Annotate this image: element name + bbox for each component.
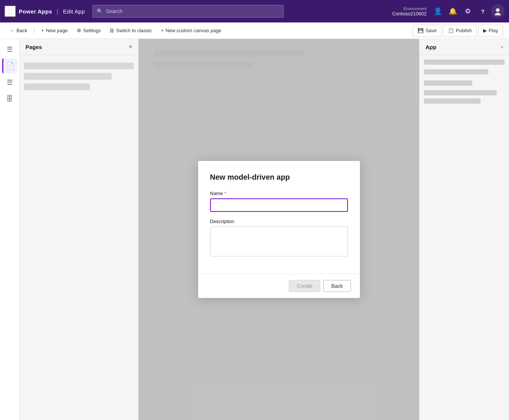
publish-icon: 📋 [448,28,454,33]
avatar[interactable] [491,4,505,18]
create-button[interactable]: Create [289,280,320,292]
modal-body: New model-driven app Name * Description [198,161,360,274]
back-arrow-icon: ← [10,28,15,33]
pages-content [19,55,138,98]
settings-label: Settings [83,28,101,33]
right-skeleton-5 [424,98,481,104]
skeleton-row-2 [24,73,112,80]
publish-label: Publish [456,28,472,33]
sidebar-pages-button[interactable]: 📄 [2,58,17,73]
right-skeleton-3 [424,80,472,86]
gear-icon: ⚙ [465,7,471,15]
question-icon: ? [481,8,484,15]
right-panel-content [419,55,509,108]
modal-description-field: Description [210,219,348,258]
sidebar-icons: ☰ 📄 ☰ 🗄 [0,39,19,420]
brand-powerapps: Power Apps [19,8,52,15]
new-page-label: New page [46,28,68,33]
search-bar[interactable]: 🔍 [93,5,284,18]
new-canvas-page-button[interactable]: + New custom canvas page [157,25,225,37]
avatar-image [491,4,505,18]
environment-name: Contoso210602 [392,11,427,16]
new-page-button[interactable]: + New page [37,25,72,37]
brand-edit-app: Edit App [63,8,85,15]
modal-name-label: Name * [210,191,348,196]
play-icon: ▶ [483,28,487,33]
plus-icon: + [41,28,44,33]
save-label: Save [425,28,437,33]
play-label: Play [489,28,498,33]
modal-name-field: Name * [210,191,348,212]
save-icon: 💾 [418,28,424,33]
top-navigation: Power Apps | Edit App 🔍 Environment Cont… [0,0,509,22]
switch-classic-button[interactable]: ⛓ Switch to classic [106,25,155,37]
right-panel: App › [419,39,509,420]
modal-description-label: Description [210,219,348,224]
sidebar-data-button[interactable]: 🗄 [2,91,17,106]
settings-button[interactable]: ⚙ [461,4,475,18]
toolbar: ← Back + New page ⚙ Settings ⛓ Switch to… [0,22,509,39]
modal-name-required: * [224,191,226,196]
brand-separator: | [55,8,60,15]
right-skeleton-1 [424,60,505,65]
publish-button[interactable]: 📋 Publish [443,25,477,37]
nav-right-section: Environment Contoso210602 👤 🔔 ⚙ ? [392,4,505,18]
sidebar-menu-button[interactable]: ☰ [2,42,17,57]
waffle-menu-button[interactable] [4,6,16,17]
svg-point-0 [496,8,500,12]
canvas-area: New model-driven app Name * Description [139,39,419,420]
environment-label: Environment [403,6,427,11]
right-skeleton-4 [424,90,497,95]
svg-point-1 [495,13,501,15]
skeleton-row-3 [24,83,90,90]
back-dialog-button[interactable]: Back [323,280,351,292]
modal-description-input[interactable] [210,226,348,256]
right-panel-header: App › [419,39,509,55]
settings-toolbar-button[interactable]: ⚙ Settings [73,25,104,37]
notifications-button[interactable]: 🔔 [446,4,460,18]
link-icon: ⛓ [110,28,114,33]
waffle-icon [6,7,15,16]
search-input[interactable] [106,8,279,14]
modal-title: New model-driven app [210,173,348,182]
save-button[interactable]: 💾 Save [413,25,442,37]
person-icon-button[interactable]: 👤 [431,4,445,18]
back-button[interactable]: ← Back [6,25,31,37]
search-icon: 🔍 [97,8,103,14]
right-panel-title: App [425,44,436,50]
toolbar-right: 💾 Save 📋 Publish ▶ Play [413,25,503,37]
pages-panel: Pages × [19,39,139,420]
app-brand: Power Apps | Edit App [19,8,85,15]
modal-footer: Create Back [198,274,360,298]
person-icon: 👤 [434,7,442,15]
right-panel-expand-button[interactable]: › [501,43,503,50]
right-skeleton-2 [424,69,488,74]
bell-icon: 🔔 [449,7,457,15]
toolbar-separator-1 [34,27,34,34]
play-button[interactable]: ▶ Play [478,25,503,37]
modal-dialog: New model-driven app Name * Description [198,161,360,298]
plus-canvas-icon: + [161,28,164,33]
modal-overlay: New model-driven app Name * Description [139,39,419,420]
modal-name-input[interactable] [210,198,348,212]
database-icon: 🗄 [6,95,13,103]
pages-header: Pages × [19,39,138,55]
main-layout: ☰ 📄 ☰ 🗄 Pages × [0,39,509,420]
pages-close-button[interactable]: × [129,43,132,50]
pages-title: Pages [25,44,42,50]
settings-toolbar-icon: ⚙ [77,28,81,33]
help-button[interactable]: ? [476,4,490,18]
new-canvas-label: New custom canvas page [166,28,221,33]
sidebar-list-button[interactable]: ☰ [2,75,17,90]
back-label: Back [16,28,27,33]
page-icon: 📄 [6,62,14,70]
environment-info: Environment Contoso210602 [392,6,427,16]
skeleton-row-1 [24,63,134,69]
menu-icon: ☰ [7,45,13,54]
switch-classic-label: Switch to classic [116,28,152,33]
list-icon: ☰ [7,78,13,86]
pages-skeleton [24,60,134,93]
